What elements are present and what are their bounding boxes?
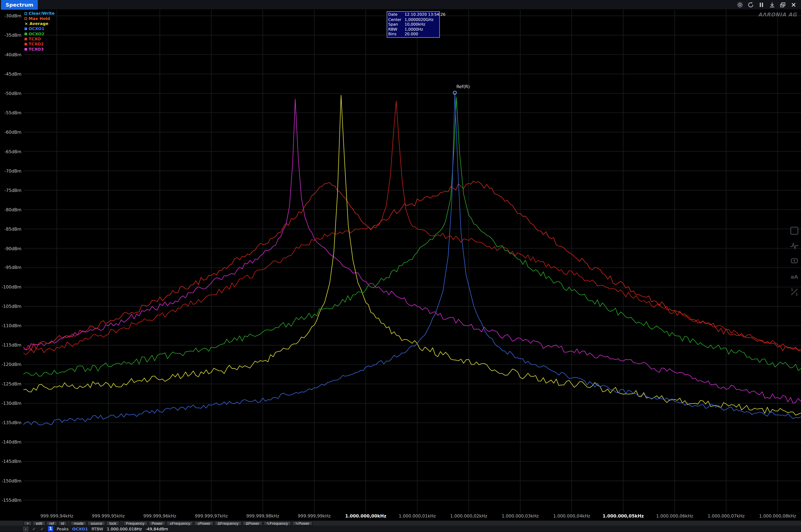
svg-text:1: 1 — [791, 288, 793, 292]
y-tick-label: -45dBm — [0, 71, 21, 76]
check-icon-2[interactable]: ✓ — [40, 527, 44, 531]
marker-icon[interactable] — [789, 255, 800, 267]
y-tick-label: -130dBm — [0, 401, 21, 406]
x-axis-labels: 999.999,94kHz999.999,95kHz999.999,96kHz9… — [0, 513, 801, 520]
info-row-date: Date12.10.2020 13:54:26 — [388, 12, 438, 17]
grid-lines — [23, 10, 801, 513]
legend-label: TCXO2 — [29, 41, 44, 46]
y-tick-label: -110dBm — [0, 323, 21, 328]
statusbar: + ✓ ✓ 1 Peaks OCXO1 RTBW 1.000.000.018Hz… — [0, 526, 801, 532]
toolbar-button-source[interactable]: source — [88, 521, 105, 526]
pause-icon[interactable] — [758, 1, 765, 8]
close-icon[interactable] — [790, 1, 797, 8]
toolbar-button--power[interactable]: ±Power — [194, 521, 214, 526]
y-tick-label: -50dBm — [0, 91, 21, 96]
legend-label: Max Hold — [29, 16, 50, 21]
ref-marker-group[interactable]: Ref(R) — [453, 84, 470, 94]
y-tick-label: -140dBm — [0, 439, 21, 444]
y-tick-label: -150dBm — [0, 478, 21, 483]
trace-tcxo — [23, 181, 801, 351]
x-tick-label: 999.999,94kHz — [34, 513, 80, 518]
legend-item-max-hold[interactable]: Max Hold — [24, 16, 55, 21]
download-icon[interactable] — [768, 1, 776, 8]
legend-item-tcxo3[interactable]: TCXO3 — [24, 46, 55, 52]
toolbar-button-mode[interactable]: mode — [71, 521, 87, 526]
ref-marker-label: Ref(R) — [456, 84, 470, 89]
y-tick-label: -40dBm — [0, 52, 21, 57]
toolbar-button--frequency[interactable]: ΔFrequency — [215, 521, 241, 526]
toolbar-button-+[interactable]: + — [23, 521, 32, 526]
font-size-icon[interactable]: aA — [789, 271, 800, 282]
y-tick-label: -105dBm — [0, 304, 21, 309]
y-tick-label: -100dBm — [0, 284, 21, 289]
add-marker-icon[interactable]: + — [23, 527, 28, 531]
legend-marker-icon — [24, 33, 27, 35]
marker-frequency-value: 1.000.000.018Hz — [107, 527, 142, 531]
x-tick-label: 999.999,99kHz — [291, 513, 338, 518]
info-row-bins: Bins20.000 — [388, 32, 438, 37]
x-tick-label: 999.999,98kHz — [240, 513, 286, 518]
x-tick-label: 999.999,95kHz — [85, 513, 131, 518]
y-tick-label: -135dBm — [0, 420, 21, 425]
reload-icon[interactable] — [747, 1, 754, 8]
legend-marker-icon — [24, 27, 27, 30]
legend-marker-icon — [24, 17, 27, 20]
waveform-icon[interactable] — [789, 241, 800, 252]
info-label: Bins — [388, 32, 404, 37]
legend-item-tcxo[interactable]: TCXO — [24, 36, 55, 41]
x-tick-label: 999.999,97kHz — [188, 513, 234, 518]
trace-tcxo3 — [23, 99, 801, 403]
toolbar-button-lock[interactable]: lock — [106, 521, 120, 526]
toolbar-button-frequency[interactable]: Frequency — [123, 521, 147, 526]
toolbar-button--frequency[interactable]: ∿Frequency — [263, 521, 291, 526]
toolbar-button--power[interactable]: ∿Power — [292, 521, 312, 526]
marker-power-value: -49,84dBm — [145, 527, 168, 531]
info-label: Span — [388, 22, 404, 27]
window-layout-icon[interactable] — [779, 1, 786, 8]
toolbar-button--frequency[interactable]: ±Frequency — [167, 521, 193, 526]
legend-label: OCXO1 — [29, 26, 44, 31]
legend-label: Average — [30, 21, 49, 26]
bandwidth-mode-label: RTBW — [91, 527, 103, 531]
scale-icon[interactable]: 11 — [789, 286, 800, 298]
measurement-info-box[interactable]: Date12.10.2020 13:54:26Center1,0000020GH… — [387, 11, 440, 38]
trace-average — [23, 95, 801, 415]
legend-label: TCXO — [29, 37, 41, 41]
y-tick-label: -80dBm — [0, 207, 21, 212]
y-tick-label: -30dBm — [0, 13, 21, 18]
check-icon[interactable]: ✓ — [32, 527, 36, 531]
info-value: 1,0000Hz — [404, 27, 438, 32]
legend-label: Clear/Write — [29, 11, 55, 16]
toolbar-button--power[interactable]: ΔPower — [242, 521, 262, 526]
legend-item-average[interactable]: ×Average — [24, 21, 55, 26]
settings-icon[interactable] — [736, 1, 743, 8]
marker-trace-label[interactable]: OCXO1 — [72, 527, 88, 531]
legend-label: OCXO2 — [29, 32, 44, 36]
legend-label: TCXO3 — [29, 47, 44, 52]
titlebar-icons — [736, 1, 801, 8]
y-tick-label: -60dBm — [0, 129, 21, 134]
toolbar-button-edit[interactable]: edit — [33, 521, 45, 526]
x-tick-label: 1.000.000,01kHz — [394, 513, 440, 518]
marker-mode-label[interactable]: Peaks — [57, 527, 69, 531]
y-tick-label: -115dBm — [0, 343, 21, 348]
toolbar-button-id[interactable]: id — [58, 521, 67, 526]
spectrum-analyzer-app: Spectrum Ref(R) — [0, 0, 801, 532]
toolbar-button-ref[interactable]: ref — [47, 521, 57, 526]
plot-canvas[interactable]: Ref(R) — [0, 10, 801, 513]
x-tick-label: 1.000.000,04kHz — [549, 513, 595, 518]
legend-item-ocxo2[interactable]: OCXO2 — [24, 31, 55, 36]
y-tick-label: -155dBm — [0, 498, 21, 503]
toolbar-button-power[interactable]: Power — [148, 521, 166, 526]
legend-item-ocxo1[interactable]: OCXO1 — [24, 26, 55, 31]
x-tick-label: 1.000.000,02kHz — [446, 513, 492, 518]
info-value: 20.000 — [404, 32, 438, 37]
spectrum-chart[interactable]: Ref(R) -30dBm-35dBm-40dBm-45dBm-50dBm-55… — [0, 10, 801, 513]
window-icon[interactable] — [789, 225, 800, 236]
legend-item-clear-write[interactable]: Clear/Write — [24, 11, 55, 16]
legend-item-tcxo2[interactable]: TCXO2 — [24, 41, 55, 46]
marker-index-badge[interactable]: 1 — [48, 526, 53, 531]
tab-spectrum[interactable]: Spectrum — [1, 0, 38, 10]
x-tick-label: 1.000.000,03kHz — [497, 513, 543, 518]
legend-marker-icon: × — [24, 22, 28, 25]
